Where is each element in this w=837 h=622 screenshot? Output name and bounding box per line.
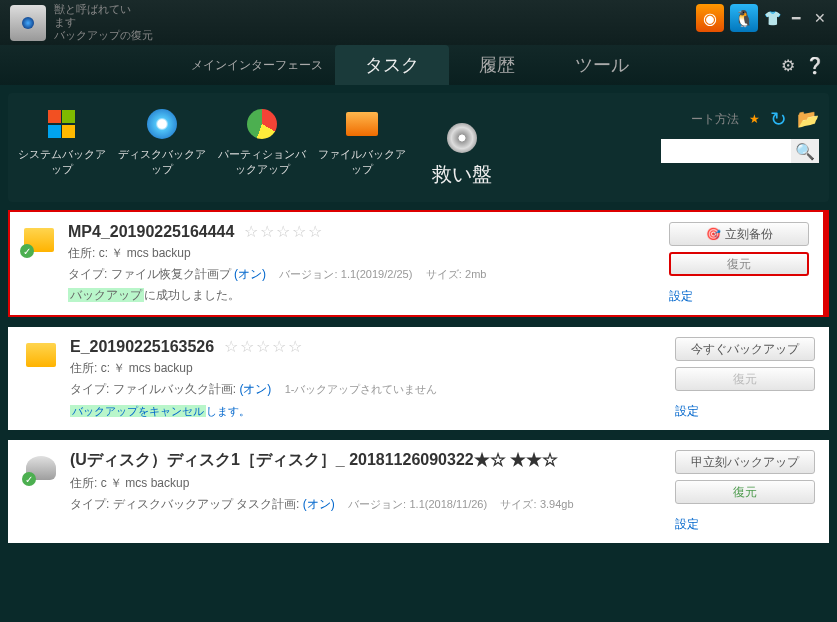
settings-icon[interactable]: ⚙ [781,56,795,75]
close-button[interactable]: ✕ [811,10,829,26]
status-highlight: バックアップ [68,288,144,302]
disk-backup-button[interactable]: ディスクバックアップ [118,107,206,177]
size-value: 2mb [465,268,486,280]
tab-main-interface[interactable]: メインインターフェース [179,49,335,82]
window-controls: ◉ 🐧 👕 ━ ✕ [696,4,829,32]
sort-method-label[interactable]: ート方法 [691,111,739,128]
address-value: c: ￥ mcs backup [99,246,191,260]
rescue-disk-button[interactable]: 救い盤 [418,121,506,188]
backup-now-button[interactable]: 🎯立刻备份 [669,222,809,246]
search-button[interactable]: 🔍 [791,139,819,163]
success-badge-icon: ✓ [20,244,34,258]
address-value: c ￥ mcs backup [101,476,190,490]
search-input[interactable] [661,139,791,163]
type-value: ファイルバッ久ク計画: [113,382,236,396]
disk-icon [142,107,182,141]
restore-button[interactable]: 復元 [675,367,815,391]
task-info: E_20190225163526 ☆☆☆☆☆ 住所: c: ￥ mcs back… [70,337,663,420]
version-value: 1.1(2018/11/26) [409,498,487,510]
restore-button[interactable]: 復元 [669,252,809,276]
status-rest: に成功しました。 [144,288,240,302]
address-label: 住所: [70,476,97,490]
search-box: 🔍 [661,139,819,163]
rating-stars[interactable]: ☆☆☆☆☆ [244,222,324,241]
backup-now-button[interactable]: 今すぐバックアップ [675,337,815,361]
partition-icon [242,107,282,141]
on-toggle[interactable]: (オン) [239,382,271,396]
task-actions: 甲立刻バックアップ 復元 設定 [675,450,815,533]
partition-backup-label: パーティションバックアップ [218,147,306,177]
star-icon[interactable]: ★ [749,112,760,126]
task-info: MP4_20190225164444 ☆☆☆☆☆ 住所: c: ￥ mcs ba… [68,222,657,305]
toolbar: システムバックアップ ディスクバックアップ パーティションバックアップ ファイル… [8,93,829,202]
type-label: タイプ: [70,497,109,511]
task-actions: 今すぐバックアップ 復元 設定 [675,337,815,420]
rescue-label: 救い盤 [432,161,492,188]
address-label: 住所: [70,361,97,375]
settings-link[interactable]: 設定 [675,516,815,533]
settings-link[interactable]: 設定 [675,403,815,420]
task-list: ✓ MP4_20190225164444 ☆☆☆☆☆ 住所: c: ￥ mcs … [8,210,829,543]
windows-icon [42,107,82,141]
file-backup-button[interactable]: ファイルバックアップ [318,107,406,177]
file-backup-label: ファイルバックアップ [318,147,406,177]
size-value: 3.94gb [540,498,574,510]
toolbar-right: ート方法 ★ ↻ 📂 🔍 [661,107,819,163]
cd-icon [442,121,482,155]
title-line3: バックアップの復元 [54,29,153,42]
tab-tools[interactable]: ツール [545,45,659,85]
export-icon[interactable]: 📂 [797,108,819,130]
version-label: バージョン: [348,498,406,510]
on-toggle[interactable]: (オン) [303,497,335,511]
titlebar: 獣と呼ばれてい ます バックアップの復元 ◉ 🐧 👕 ━ ✕ [0,0,837,45]
title-line1: 獣と呼ばれてい [54,3,153,16]
task-name: MP4_20190225164444 [68,223,234,241]
success-badge-icon: ✓ [22,472,36,486]
task-card[interactable]: ✓ MP4_20190225164444 ☆☆☆☆☆ 住所: c: ￥ mcs … [8,210,829,317]
title-line2: ます [54,16,153,29]
rating-stars[interactable]: ☆☆☆☆☆ [224,337,304,356]
task-icon [26,339,58,371]
disk-backup-label: ディスクバックアップ [118,147,206,177]
skin-icon[interactable]: 👕 [764,10,781,26]
task-icon: ✓ [26,452,58,484]
address-label: 住所: [68,246,95,260]
help-icon[interactable]: ❔ [805,56,825,75]
system-backup-button[interactable]: システムバックアップ [18,107,106,177]
task-icon: ✓ [24,224,56,256]
type-label: タイプ: [68,267,107,281]
folder-icon [342,107,382,141]
address-value: c: ￥ mcs backup [101,361,193,375]
tab-right-icons: ⚙ ❔ [781,56,825,75]
type-label: タイプ: [70,382,109,396]
size-label: サイズ: [500,498,536,510]
on-toggle[interactable]: (オン) [234,267,266,281]
toolbar-actions-row: ート方法 ★ ↻ 📂 [661,107,819,131]
qq-icon[interactable]: 🐧 [730,4,758,32]
minimize-button[interactable]: ━ [787,10,805,26]
tab-task[interactable]: タスク [335,45,449,85]
task-name: (Uディスク）ディスク1［ディスク］_ 20181126090322★☆ ★★☆ [70,450,558,471]
task-card[interactable]: ✓ (Uディスク）ディスク1［ディスク］_ 20181126090322★☆ ★… [8,440,829,543]
system-backup-label: システムバックアップ [18,147,106,177]
type-value: ファイル恢复ク計画プ [111,267,231,281]
weibo-icon[interactable]: ◉ [696,4,724,32]
status-text: 1-バックアップされていません [285,383,438,395]
cancel-backup-link[interactable]: バックアップをキャンセルします。 [70,404,250,419]
target-icon: 🎯 [706,227,721,241]
app-icon [10,5,46,41]
refresh-icon[interactable]: ↻ [770,107,787,131]
tab-history[interactable]: 履歴 [449,45,545,85]
size-label: サイズ: [426,268,462,280]
version-value: 1.1(2019/2/25) [341,268,413,280]
partition-backup-button[interactable]: パーティションバックアップ [218,107,306,177]
restore-button[interactable]: 復元 [675,480,815,504]
version-label: バージョン: [279,268,337,280]
task-card[interactable]: E_20190225163526 ☆☆☆☆☆ 住所: c: ￥ mcs back… [8,327,829,430]
backup-now-button[interactable]: 甲立刻バックアップ [675,450,815,474]
main-tabs: メインインターフェース タスク 履歴 ツール ⚙ ❔ [0,45,837,85]
task-info: (Uディスク）ディスク1［ディスク］_ 20181126090322★☆ ★★☆… [70,450,663,533]
settings-link[interactable]: 設定 [669,288,809,305]
type-value: ディスクバックアップ タスク計画: [113,497,300,511]
title-text: 獣と呼ばれてい ます バックアップの復元 [54,3,153,43]
